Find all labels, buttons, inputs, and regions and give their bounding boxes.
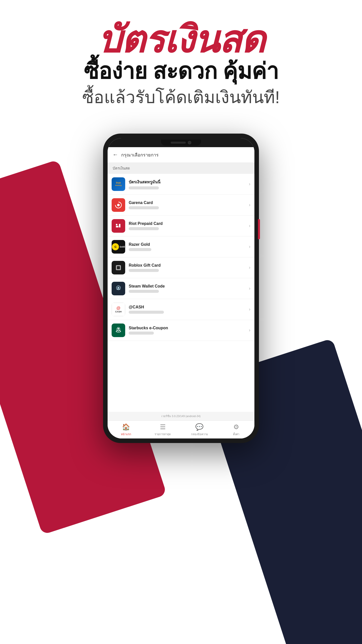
chevron-right-icon: › xyxy=(249,181,250,187)
subtitle-1: ซื้อง่าย สะดวก คุ้มค่า xyxy=(0,59,362,84)
nav-settings[interactable]: ⚙ ตั้งค่า xyxy=(218,421,254,438)
chevron-right-icon: › xyxy=(249,244,250,249)
item-name: Roblox Gift Card xyxy=(129,263,245,268)
atcash-info: @CASH xyxy=(129,305,245,314)
svg-point-11 xyxy=(117,287,119,289)
nav-home[interactable]: 🏠 หน้าแรก xyxy=(108,421,144,438)
item-name: Razer Gold xyxy=(129,242,245,247)
camera xyxy=(188,141,191,144)
riot-icon xyxy=(112,219,125,233)
nav-message-label: กล่องข้อความ xyxy=(191,432,208,436)
item-name: บัตรเงินสดทรูมันนี่ xyxy=(129,179,245,185)
item-subtitle-blur xyxy=(129,227,159,230)
product-list: true money บัตรเงินสดทรูมันนี่ › xyxy=(108,174,254,412)
home-icon: 🏠 xyxy=(122,423,130,431)
nav-home-label: หน้าแรก xyxy=(121,432,131,436)
version-bar: เวอร์ชั่น 3.0.23/149 (android-34) xyxy=(108,412,254,420)
speaker xyxy=(171,142,186,144)
item-subtitle-blur xyxy=(129,206,159,209)
item-name: Riot Prepaid Card xyxy=(129,221,245,226)
chevron-right-icon: › xyxy=(249,265,250,270)
item-name: @CASH xyxy=(129,305,245,309)
phone-notch xyxy=(108,138,254,147)
nav-history-label: รายการล่าสุด xyxy=(155,432,171,436)
list-item[interactable]: true money บัตรเงินสดทรูมันนี่ › xyxy=(108,174,254,195)
header-section: บัตรเงินสด ซื้อง่าย สะดวก คุ้มค่า ซื้อแล… xyxy=(0,0,362,118)
steam-info: Steam Wallet Code xyxy=(129,284,245,293)
list-item[interactable]: Garena Card › xyxy=(108,195,254,216)
chevron-right-icon: › xyxy=(249,223,250,228)
phone-body: ← กรุณาเลือกรายการ บัตรเงินสด true money xyxy=(103,134,259,443)
svg-rect-3 xyxy=(116,224,117,225)
svg-rect-8 xyxy=(117,266,120,269)
list-item[interactable]: Riot Prepaid Card › xyxy=(108,216,254,236)
item-subtitle-blur xyxy=(129,186,159,189)
truemoney-icon: true money xyxy=(112,177,125,191)
starbucks-info: Starbucks e-Coupon xyxy=(129,326,245,335)
svg-point-1 xyxy=(117,204,120,206)
list-item[interactable]: G Gold Razer Gold › xyxy=(108,236,254,257)
app-header: ← กรุณาเลือกรายการ xyxy=(108,147,254,163)
item-subtitle-blur xyxy=(129,311,164,314)
item-name: Garena Card xyxy=(129,200,245,205)
chevron-right-icon: › xyxy=(249,307,250,312)
item-subtitle-blur xyxy=(129,248,151,251)
list-item[interactable]: @ CASH @CASH › xyxy=(108,299,254,320)
atcash-icon: @ CASH xyxy=(112,303,125,316)
roblox-icon xyxy=(112,261,125,274)
side-button xyxy=(258,219,260,239)
nav-history[interactable]: ☰ รายการล่าสุด xyxy=(144,421,181,438)
item-subtitle-blur xyxy=(129,269,159,272)
chevron-right-icon: › xyxy=(249,202,250,208)
notch-inner xyxy=(161,140,201,146)
back-button[interactable]: ← xyxy=(113,151,118,158)
riot-info: Riot Prepaid Card xyxy=(129,221,245,230)
bottom-navigation: 🏠 หน้าแรก ☰ รายการล่าสุด 💬 กล่องข้อความ … xyxy=(108,420,254,438)
razergold-icon: G Gold xyxy=(112,240,125,254)
roblox-info: Roblox Gift Card xyxy=(129,263,245,272)
list-icon: ☰ xyxy=(160,423,166,431)
svg-rect-5 xyxy=(119,224,120,227)
steam-icon xyxy=(112,282,125,295)
item-name: Starbucks e-Coupon xyxy=(129,326,245,330)
phone-mockup: ← กรุณาเลือกรายการ บัตรเงินสด true money xyxy=(0,134,362,443)
category-label: บัตรเงินสด xyxy=(108,163,254,174)
message-icon: 💬 xyxy=(195,423,203,431)
item-name: Steam Wallet Code xyxy=(129,284,245,289)
starbucks-icon xyxy=(112,324,125,337)
list-item[interactable]: Steam Wallet Code › xyxy=(108,278,254,299)
garena-info: Garena Card xyxy=(129,200,245,209)
nav-settings-label: ตั้งค่า xyxy=(233,432,239,436)
svg-rect-4 xyxy=(116,226,118,227)
chevron-right-icon: › xyxy=(249,286,250,291)
screen-title: กรุณาเลือกรายการ xyxy=(121,151,159,158)
garena-icon xyxy=(112,198,125,212)
nav-message[interactable]: 💬 กล่องข้อความ xyxy=(181,421,218,438)
item-subtitle-blur xyxy=(129,332,154,335)
list-item[interactable]: Roblox Gift Card › xyxy=(108,257,254,278)
subtitle-2: ซื้อแล้วรับโค้ดเติมเงินทันที! xyxy=(0,86,362,108)
truemoney-info: บัตรเงินสดทรูมันนี่ xyxy=(129,179,245,189)
svg-point-15 xyxy=(118,328,119,330)
list-item[interactable]: Starbucks e-Coupon › xyxy=(108,320,254,341)
main-title: บัตรเงินสด xyxy=(0,20,362,59)
item-subtitle-blur xyxy=(129,290,159,293)
razer-info: Razer Gold xyxy=(129,242,245,251)
chevron-right-icon: › xyxy=(249,328,250,333)
phone-screen: ← กรุณาเลือกรายการ บัตรเงินสด true money xyxy=(108,138,254,438)
app-screen: ← กรุณาเลือกรายการ บัตรเงินสด true money xyxy=(108,147,254,438)
gear-icon: ⚙ xyxy=(233,423,239,431)
